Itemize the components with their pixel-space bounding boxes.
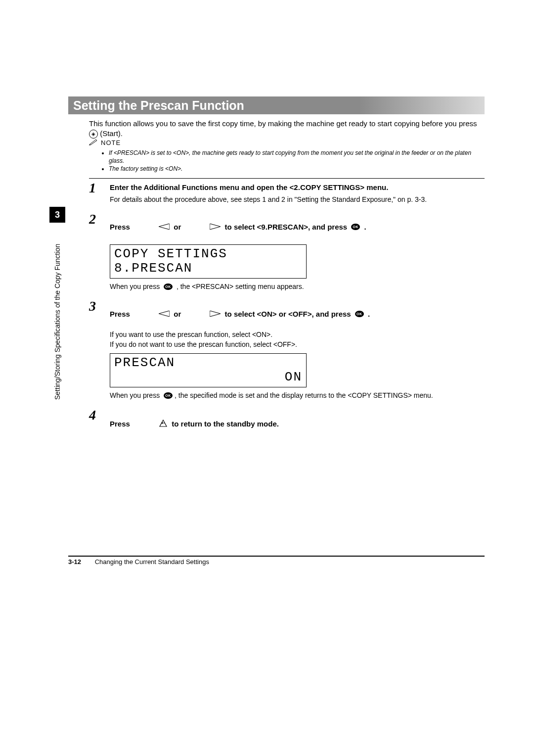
- lcd-line-2: 8.PRESCAN: [114, 261, 302, 276]
- ok-button-icon: OK: [355, 311, 364, 317]
- lcd-line-1: PRESCAN: [114, 356, 302, 370]
- svg-marker-3: [210, 311, 221, 317]
- step-body: Press to return to the standby mode.: [110, 408, 485, 437]
- intro-text-pre: This function allows you to save the fir…: [89, 119, 477, 128]
- step-number: 1: [89, 181, 101, 203]
- step-number: 3: [89, 299, 101, 399]
- step-4: 4 Press to return to the standby mode.: [89, 408, 485, 437]
- svg-marker-2: [159, 311, 170, 317]
- step-title: Enter the Additional Functions menu and …: [110, 183, 485, 191]
- lcd-line-2: ON: [114, 370, 302, 384]
- step-title: Press or to select <ON> or <OFF>, and pr…: [110, 301, 485, 327]
- step-3: 3 Press or to select <ON> or <OFF>, and …: [89, 299, 485, 399]
- reset-icon: [134, 410, 168, 437]
- note-block: NOTE If <PRESCAN> is set to <ON>, the ma…: [89, 139, 485, 183]
- steps-list: 1 Enter the Additional Functions menu an…: [89, 181, 485, 446]
- step-2: 2 Press or to select <9.PRESCAN>, and pr…: [89, 212, 485, 290]
- right-arrow-icon: [185, 301, 221, 327]
- intro-paragraph: This function allows you to save the fir…: [89, 119, 485, 139]
- left-arrow-icon: [134, 214, 170, 239]
- step-body: Press or to select <ON> or <OFF>, and pr…: [110, 299, 485, 399]
- right-arrow-icon: [185, 214, 221, 239]
- section-title-bar: Setting the Prescan Function: [68, 96, 485, 114]
- ok-button-icon: OK: [164, 392, 173, 399]
- svg-marker-1: [210, 224, 221, 230]
- side-running-head: Setting/Storing Specifications of the Co…: [53, 244, 61, 400]
- step-number: 2: [89, 212, 101, 290]
- footer-text: Changing the Current Standard Settings: [95, 558, 209, 566]
- note-divider: [89, 178, 485, 179]
- step-desc: If you do not want to use the prescan fu…: [110, 340, 485, 348]
- note-icon: [89, 139, 98, 147]
- step-title: Press to return to the standby mode.: [110, 410, 485, 437]
- page: Setting the Prescan Function This functi…: [0, 0, 534, 756]
- step-desc: For details about the procedure above, s…: [110, 195, 485, 203]
- note-item: The factory setting is <ON>.: [109, 165, 485, 173]
- lcd-display: PRESCAN ON: [110, 353, 307, 387]
- footer-divider: [68, 556, 485, 557]
- ok-button-icon: OK: [351, 224, 360, 230]
- start-icon: ◈: [89, 130, 98, 139]
- step-number: 4: [89, 408, 101, 437]
- step-body: Press or to select <9.PRESCAN>, and pres…: [110, 212, 485, 290]
- note-label: NOTE: [101, 139, 121, 146]
- page-number: 3-12: [68, 558, 81, 566]
- step-body: Enter the Additional Functions menu and …: [110, 181, 485, 203]
- left-arrow-icon: [134, 301, 170, 327]
- ok-button-icon: OK: [164, 284, 173, 290]
- page-footer: 3-12 Changing the Current Standard Setti…: [68, 558, 209, 566]
- note-list: If <PRESCAN> is set to <ON>, the machine…: [102, 149, 485, 173]
- section-title: Setting the Prescan Function: [73, 98, 244, 113]
- chapter-tab: 3: [49, 207, 65, 223]
- lcd-display: COPY SETTINGS 8.PRESCAN: [110, 244, 307, 279]
- intro-text-post: (Start).: [100, 129, 123, 138]
- step-after-text: When you press OK , the specified mode i…: [110, 391, 485, 399]
- lcd-line-1: COPY SETTINGS: [114, 247, 302, 261]
- svg-marker-0: [159, 224, 170, 230]
- step-after-text: When you press OK , the <PRESCAN> settin…: [110, 283, 485, 290]
- step-desc: If you want to use the prescan function,…: [110, 331, 485, 338]
- note-header: NOTE: [89, 139, 485, 147]
- step-1: 1 Enter the Additional Functions menu an…: [89, 181, 485, 203]
- step-title: Press or to select <9.PRESCAN>, and pres…: [110, 214, 485, 239]
- note-item: If <PRESCAN> is set to <ON>, the machine…: [109, 149, 485, 165]
